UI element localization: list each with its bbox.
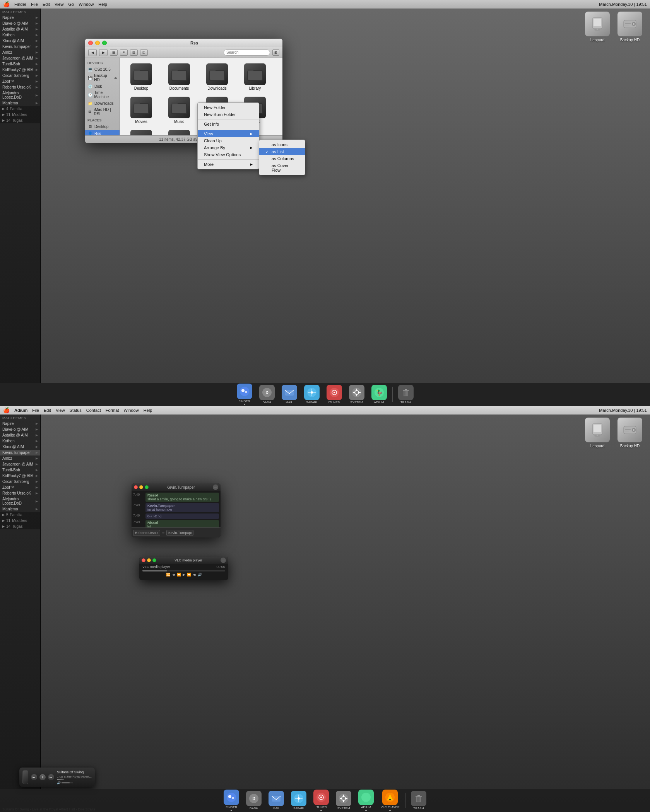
close-button[interactable]	[88, 41, 93, 45]
context-get-info[interactable]: Get Info	[198, 121, 259, 128]
vlc-volume-button[interactable]: 🔊	[198, 573, 202, 577]
submenu-as-columns[interactable]: as Columns	[259, 155, 305, 162]
bottom-sidebar-group-5[interactable]: ▶ 5 Familia	[0, 512, 40, 518]
finder-sidebar-desktop[interactable]: 🖥 Desktop	[85, 123, 120, 130]
volume-bar[interactable]	[62, 782, 73, 783]
desktop-icon-leopard[interactable]: Leopard	[585, 12, 610, 42]
menu-format-b[interactable]: Format	[106, 408, 119, 413]
minimize-button[interactable]	[95, 41, 100, 45]
sidebar-item-diave[interactable]: Diave-o @ AIM ▶	[0, 20, 40, 26]
music-progress-bar[interactable]	[57, 779, 92, 780]
eject-icon[interactable]: ⏏	[114, 76, 117, 80]
bottom-dock-mail[interactable]: MAIL	[265, 789, 287, 812]
vlc-shuffle-button[interactable]: 🔀	[166, 573, 170, 577]
apple-menu[interactable]: 🍎	[3, 1, 10, 7]
dock-item-trash[interactable]: TRASH	[395, 383, 417, 406]
menu-window-b[interactable]: Window	[124, 408, 139, 413]
submenu-as-icons[interactable]: as Icons	[259, 141, 305, 148]
sidebar-group-familia[interactable]: ▶ 4 Familia	[0, 106, 40, 112]
finder-search-input[interactable]	[224, 49, 270, 56]
context-cleanup[interactable]: Clean Up	[198, 137, 259, 144]
flow-view-button[interactable]: ◫	[140, 49, 148, 56]
bottom-sidebar-manicmo[interactable]: Manicmo ▶	[0, 506, 40, 512]
sidebar-item-tundl[interactable]: Tundl-Bob ▶	[0, 61, 40, 67]
sidebar-item-kevin[interactable]: Kevin.Turnpaper ▶	[0, 44, 40, 49]
file-documents[interactable]: Documents	[162, 62, 197, 92]
chat-from-input[interactable]	[133, 530, 160, 536]
file-sites[interactable]: Sites	[124, 128, 159, 135]
forward-button[interactable]: ▶	[99, 49, 108, 56]
bottom-dock-adium[interactable]: ADIUM	[355, 788, 377, 812]
bottom-sidebar-diave[interactable]: Diave-o @ AIM ▶	[0, 426, 40, 432]
sidebar-item-javagreen[interactable]: Javagreen @ AIM ▶	[0, 55, 40, 61]
bottom-dock-system[interactable]: SYSTEM	[333, 789, 354, 812]
next-track-button[interactable]: ⏭	[48, 774, 55, 781]
sidebar-item-roberto[interactable]: Roberto Urso.oK ▶	[0, 84, 40, 90]
context-more[interactable]: More ▶	[198, 161, 259, 168]
menu-view[interactable]: View	[55, 2, 64, 7]
context-show-view-options[interactable]: Show View Options	[198, 151, 259, 158]
dock-item-system[interactable]: SYSTEM	[346, 383, 368, 406]
bottom-sidebar-alejandro[interactable]: Alejandro Lopez.DoD ▶	[0, 496, 40, 506]
desktop-icon-leopard-b[interactable]: Leopard	[585, 418, 610, 448]
pause-button[interactable]: ⏸	[39, 774, 46, 781]
file-wallsosx[interactable]: WallsOSX	[162, 128, 197, 135]
menu-adium[interactable]: Adium	[14, 408, 27, 413]
bottom-sidebar-tundl[interactable]: Tundl-Bob ▶	[0, 467, 40, 473]
vlc-prev-button[interactable]: ⏮	[172, 573, 175, 577]
vlc-play-button[interactable]: ▶	[183, 573, 185, 577]
vlc-forward-button[interactable]: ⏩	[187, 573, 191, 577]
dock-item-dash[interactable]: D DASH	[256, 383, 278, 406]
menu-status-b[interactable]: Status	[70, 408, 82, 413]
vlc-min-button[interactable]	[147, 558, 151, 562]
file-downloads[interactable]: Downloads	[200, 62, 234, 92]
sidebar-group-modders[interactable]: ▶ 11 Modders	[0, 112, 40, 118]
vlc-rewind-button[interactable]: ⏪	[177, 573, 181, 577]
menu-finder[interactable]: Finder	[14, 2, 26, 7]
sidebar-item-xbox[interactable]: Xbox @ AIM ▶	[0, 38, 40, 44]
sidebar-item-kothen[interactable]: Kothen ▶	[0, 32, 40, 38]
finder-sidebar-timemachine[interactable]: 🕐 Time Machine	[85, 90, 120, 100]
bottom-sidebar-group-11[interactable]: ▶ 11 Modders	[0, 518, 40, 524]
menu-help-b[interactable]: Help	[144, 408, 152, 413]
sidebar-item-oscar[interactable]: Oscar Sahlberg ▶	[0, 73, 40, 78]
menu-go[interactable]: Go	[68, 2, 74, 7]
dock-item-mail[interactable]: MAIL	[279, 383, 300, 406]
bottom-sidebar-group-14[interactable]: ▶ 14 Tugas	[0, 524, 40, 529]
bottom-dock-finder[interactable]: FINDER	[221, 788, 242, 812]
finder-sidebar-imachd[interactable]: 🖥 iMac HD | RSL	[85, 107, 120, 117]
icon-view-button[interactable]: ▦	[110, 49, 118, 56]
vlc-progress-bar[interactable]	[142, 570, 225, 571]
bottom-sidebar-zoot[interactable]: Zoot™ ▶	[0, 484, 40, 490]
zoom-button[interactable]: ⊞	[272, 49, 279, 56]
sidebar-item-manicmo[interactable]: Manicmo ▶	[0, 100, 40, 106]
chat-to-input[interactable]	[166, 530, 193, 536]
context-new-burn-folder[interactable]: New Burn Folder	[198, 111, 259, 118]
sidebar-item-kidrocky[interactable]: KidRocky7 @ AIM ▶	[0, 67, 40, 73]
sidebar-item-napire[interactable]: Napire ▶	[0, 15, 40, 20]
submenu-as-cover-flow[interactable]: as Cover Flow	[259, 162, 305, 174]
menu-help[interactable]: Help	[98, 2, 107, 7]
chat-min-button[interactable]	[139, 485, 143, 489]
sidebar-item-astalite[interactable]: Astalite @ AIM ▶	[0, 26, 40, 32]
bottom-dock-vlc[interactable]: VLC PLAYER	[378, 788, 403, 812]
file-music[interactable]: Music	[162, 95, 197, 125]
chat-close-button[interactable]	[134, 485, 138, 489]
chat-collapse-button[interactable]: —	[213, 484, 218, 490]
bottom-dock-safari[interactable]: SAFARI	[288, 789, 310, 812]
prev-track-button[interactable]: ⏮	[31, 774, 38, 781]
finder-sidebar-downloads[interactable]: 📁 Downloads	[85, 100, 120, 107]
finder-sidebar-rss[interactable]: 👤 Rss	[85, 130, 120, 135]
dock-item-itunes[interactable]: ITUNES	[323, 383, 345, 406]
back-button[interactable]: ◀	[88, 49, 97, 56]
vlc-close-button[interactable]	[142, 558, 145, 562]
context-arrange-by[interactable]: Arrange By ▶	[198, 144, 259, 151]
finder-sidebar-backup[interactable]: 💾 Backup HD ⏏	[85, 73, 120, 83]
list-view-button[interactable]: ≡	[120, 49, 128, 56]
desktop-icon-backup-hd[interactable]: Backup HD	[618, 12, 642, 42]
bottom-sidebar-kevin[interactable]: Kevin.Turnpaper ▶	[0, 450, 40, 455]
dock-item-safari[interactable]: SAFARI	[301, 383, 323, 406]
vlc-next-button[interactable]: ⏭	[193, 573, 196, 577]
bottom-sidebar-javagreen[interactable]: Javagreen @ AIM ▶	[0, 461, 40, 467]
bottom-dock-itunes[interactable]: ITUNES	[310, 788, 332, 812]
